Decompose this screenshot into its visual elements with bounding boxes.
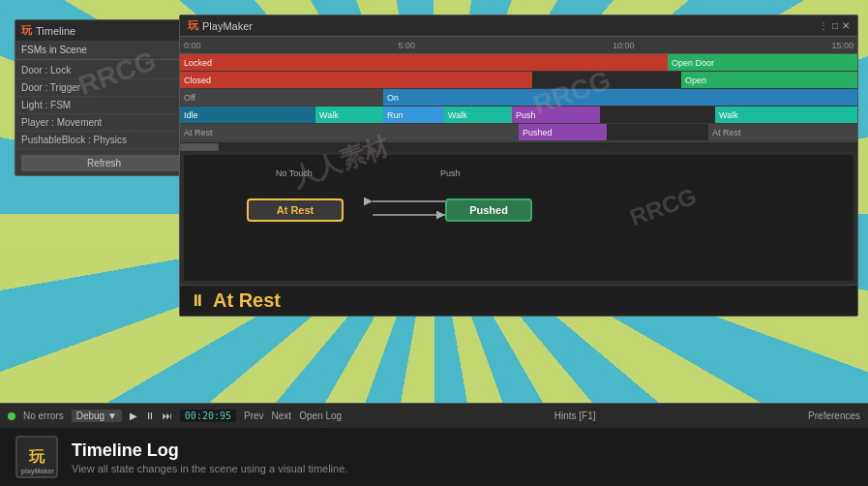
close-icon[interactable]: ✕: [842, 20, 850, 31]
fsm-label: FSMs in Scene ▼: [21, 45, 187, 55]
ruler-mark-0: 0:00: [184, 41, 201, 50]
track-light-fsm: Off On: [180, 89, 857, 106]
bottom-info: 玩 playMaker Timeline Log View all state …: [0, 428, 868, 486]
scrollbar-thumb[interactable]: [180, 143, 219, 151]
main-area: 玩 Timeline FSMs in Scene ▼ Door : Lock D…: [0, 0, 868, 428]
info-title: Timeline Log: [72, 440, 853, 461]
ruler-mark-3: 15:00: [831, 41, 853, 50]
segment-locked: Locked: [180, 54, 668, 71]
menu-icon[interactable]: ⋮: [819, 20, 828, 31]
track-door-lock: Locked Open Door: [180, 54, 857, 72]
pm-icon: 玩: [188, 18, 198, 33]
info-text: Timeline Log View all state changes in t…: [72, 440, 853, 474]
hints-label: Hints [F1]: [554, 410, 596, 421]
state-pushed[interactable]: Pushed: [445, 198, 532, 222]
timeline-panel-title: Timeline: [36, 25, 75, 37]
segment-open-door: Open Door: [668, 54, 857, 71]
ruler-mark-1: 5:00: [398, 41, 415, 50]
segment-push: Push: [512, 106, 600, 123]
segment-walk-2: Walk: [444, 106, 512, 123]
segment-walk-3: Walk: [715, 106, 857, 123]
track-door-trigger: Closed Open: [180, 72, 857, 89]
timeline-panel-header: 玩 Timeline: [15, 20, 193, 41]
track-player-movement: Idle Walk Run Walk Push Walk: [180, 106, 857, 124]
transition-label-no-touch: No Touch: [276, 168, 313, 178]
preferences-label[interactable]: Preferences: [808, 410, 860, 421]
segment-idle: Idle: [180, 106, 315, 123]
fsm-row-5: PushableBlock : Physics: [15, 132, 193, 149]
transition-label-push: Push: [440, 168, 461, 178]
fsm-rows: Door : Lock Door : Trigger Light : FSM P…: [15, 60, 193, 151]
segment-walk-1: Walk: [315, 106, 383, 123]
segment-off: Off: [180, 89, 383, 106]
pm-title-left: 玩 PlayMaker: [188, 18, 253, 33]
step-button[interactable]: ⏭: [163, 410, 172, 421]
segment-at-rest-1: At Rest: [180, 124, 519, 140]
segment-open: Open: [681, 72, 857, 88]
timeline-panel: 玩 Timeline FSMs in Scene ▼ Door : Lock D…: [15, 19, 194, 176]
state-at-rest[interactable]: At Rest: [247, 198, 344, 222]
current-state-bar: ⏸ At Rest: [180, 285, 857, 316]
segment-on: On: [383, 89, 857, 106]
fsm-row-1: Door : Lock: [15, 62, 193, 79]
status-text: No errors: [23, 410, 64, 421]
debug-button[interactable]: Debug ▼: [72, 410, 122, 422]
fsm-row-3: Light : FSM: [15, 97, 193, 114]
current-state-name: At Rest: [213, 289, 281, 312]
pm-title: PlayMaker: [202, 20, 253, 32]
time-display: 00:20:95: [180, 410, 236, 422]
segment-closed: Closed: [180, 72, 532, 88]
fsm-row-2: Door : Trigger: [15, 79, 193, 97]
pm-controls: ⋮ □ ✕: [819, 20, 850, 31]
pm-titlebar: 玩 PlayMaker ⋮ □ ✕: [180, 15, 857, 37]
maximize-icon[interactable]: □: [832, 20, 838, 31]
next-button[interactable]: Next: [272, 410, 292, 421]
bottom-toolbar: No errors Debug ▼ ▶ ⏸ ⏭ 00:20:95 Prev Ne…: [0, 403, 868, 428]
ruler-mark-2: 10:00: [613, 41, 635, 50]
segment-pushed: Pushed: [519, 124, 607, 140]
pause-button[interactable]: ⏸: [145, 410, 155, 421]
playmaker-window: 玩 PlayMaker ⋮ □ ✕ 0:00 5:00 10:00 15:00: [179, 15, 858, 317]
info-desc: View all state changes in the scene usin…: [72, 463, 853, 474]
open-log-button[interactable]: Open Log: [299, 410, 342, 421]
play-button[interactable]: ▶: [130, 410, 137, 421]
segment-run: Run: [383, 106, 444, 123]
debug-dropdown-icon: ▼: [107, 410, 117, 421]
pm-logo: 玩 playMaker: [15, 436, 58, 478]
fsm-section: FSMs in Scene ▼: [15, 41, 193, 60]
track-pushable-block: At Rest Pushed At Rest: [180, 124, 857, 141]
timeline-icon: 玩: [21, 23, 32, 38]
timeline-scrollbar[interactable]: [180, 141, 857, 151]
timeline-ruler: 0:00 5:00 10:00 15:00: [180, 37, 857, 54]
status-dot-green: [8, 412, 15, 420]
prev-button[interactable]: Prev: [244, 410, 264, 421]
segment-at-rest-2: At Rest: [708, 124, 857, 140]
pause-icon: ⏸: [190, 292, 205, 310]
refresh-button[interactable]: Refresh: [21, 155, 187, 171]
state-machine-canvas: No Touch Push At Rest: [184, 155, 853, 281]
fsm-row-4: Player : Movement: [15, 114, 193, 132]
